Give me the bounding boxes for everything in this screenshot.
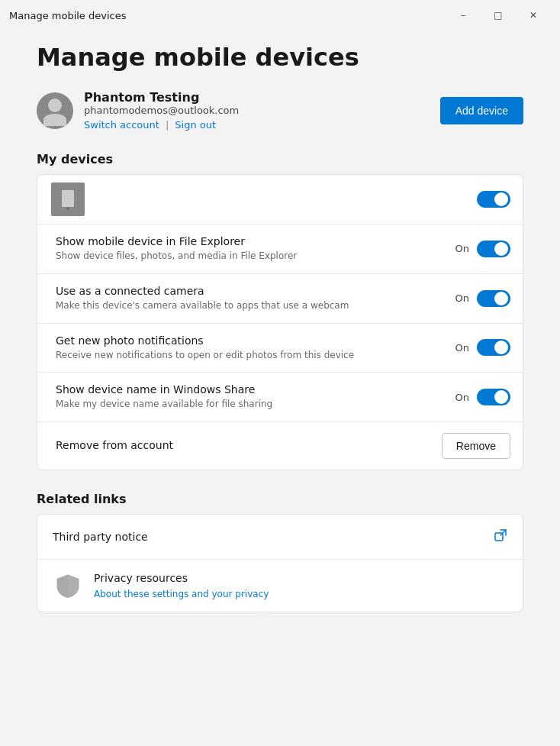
sign-out-link[interactable]: Sign out [175,119,216,131]
toggle-label-file-explorer: On [455,243,469,254]
top-toggle-knob [494,192,508,206]
link-separator: | [166,119,169,131]
toggle-label-notifications: On [455,342,469,354]
toggle-notifications[interactable] [477,339,510,356]
account-details: Phantom Testing phantomodemos@outlook.co… [84,90,239,131]
toggle-windows-share[interactable] [477,389,510,405]
titlebar: Manage mobile devices – □ ✕ [0,0,560,31]
toggle-knob-notifications [494,341,508,354]
avatar-head [48,98,62,112]
close-button[interactable]: ✕ [516,3,551,27]
toggle-knob-windows-share [494,390,508,404]
setting-desc-windows-share: Make my device name available for file s… [56,398,449,411]
setting-desc-file-explorer: Show device files, photos, and media in … [56,250,449,263]
setting-row-notifications: Get new photo notifications Receive new … [37,324,523,373]
my-devices-title: My devices [37,152,523,166]
maximize-button[interactable]: □ [481,3,516,27]
account-links: Switch account | Sign out [84,119,239,131]
phone-icon [56,187,80,212]
window-controls: – □ ✕ [446,3,551,27]
setting-title-windows-share: Show device name in Windows Share [56,383,449,396]
setting-title-file-explorer: Show mobile device in File Explorer [56,235,449,247]
add-device-button[interactable]: Add device [440,97,523,124]
svg-rect-1 [62,190,74,207]
setting-desc-notifications: Receive new notifications to open or edi… [56,349,449,362]
switch-account-link[interactable]: Switch account [84,119,159,131]
page-title: Manage mobile devices [37,43,523,72]
privacy-title: Privacy resources [94,572,269,584]
account-email: phantomodemos@outlook.com [84,105,239,116]
setting-title-camera: Use as a connected camera [56,285,449,297]
avatar [37,92,73,129]
toggle-knob-camera [494,292,508,305]
toggle-file-explorer[interactable] [477,241,510,257]
device-thumbnail [51,182,85,216]
account-row: Phantom Testing phantomodemos@outlook.co… [37,90,523,131]
setting-title-remove: Remove from account [56,439,442,451]
toggle-label-camera: On [455,292,469,304]
devices-card: Show mobile device in File Explorer Show… [37,174,523,470]
toggle-area-camera: On [449,290,510,307]
setting-info-remove: Remove from account [50,439,442,454]
setting-info-windows-share: Show device name in Windows Share Make m… [50,383,449,411]
toggle-knob-file-explorer [494,242,508,256]
related-links-title: Related links [37,492,523,506]
toggle-area-windows-share: On [449,389,510,405]
remove-button[interactable]: Remove [442,433,510,459]
setting-info-file-explorer: Show mobile device in File Explorer Show… [50,235,449,263]
setting-row-windows-share: Show device name in Windows Share Make m… [37,373,523,422]
setting-row-file-explorer: Show mobile device in File Explorer Show… [37,224,523,274]
external-link-icon [494,528,507,545]
third-party-notice-label: Third party notice [53,531,148,543]
content-area: Manage mobile devices Phantom Testing ph… [0,31,560,746]
toggle-area-notifications: On [449,339,510,356]
links-card: Third party notice Privacy resources [37,514,523,612]
window-title: Manage mobile devices [9,10,126,21]
avatar-body [43,114,66,126]
setting-row-remove: Remove from account Remove [37,422,523,470]
account-info: Phantom Testing phantomodemos@outlook.co… [37,90,239,131]
top-toggle[interactable] [477,191,510,208]
privacy-icon [53,570,83,601]
svg-point-2 [67,208,69,210]
privacy-link[interactable]: About these settings and your privacy [94,589,269,599]
setting-info-camera: Use as a connected camera Make this devi… [50,285,449,312]
setting-info-notifications: Get new photo notifications Receive new … [50,334,449,362]
toggle-label-windows-share: On [455,392,469,403]
toggle-camera[interactable] [477,290,510,307]
third-party-notice-row[interactable]: Third party notice [37,515,523,560]
account-name: Phantom Testing [84,90,239,105]
shield-icon [54,572,82,599]
minimize-button[interactable]: – [446,3,481,27]
device-header-row [37,175,523,224]
setting-title-notifications: Get new photo notifications [56,334,449,347]
privacy-text: Privacy resources About these settings a… [94,572,269,600]
toggle-area-file-explorer: On [449,241,510,257]
device-icon [50,181,86,218]
privacy-row: Privacy resources About these settings a… [37,560,523,612]
setting-desc-camera: Make this device's camera available to a… [56,299,449,312]
remove-button-area: Remove [442,433,510,459]
setting-row-camera: Use as a connected camera Make this devi… [37,274,523,324]
